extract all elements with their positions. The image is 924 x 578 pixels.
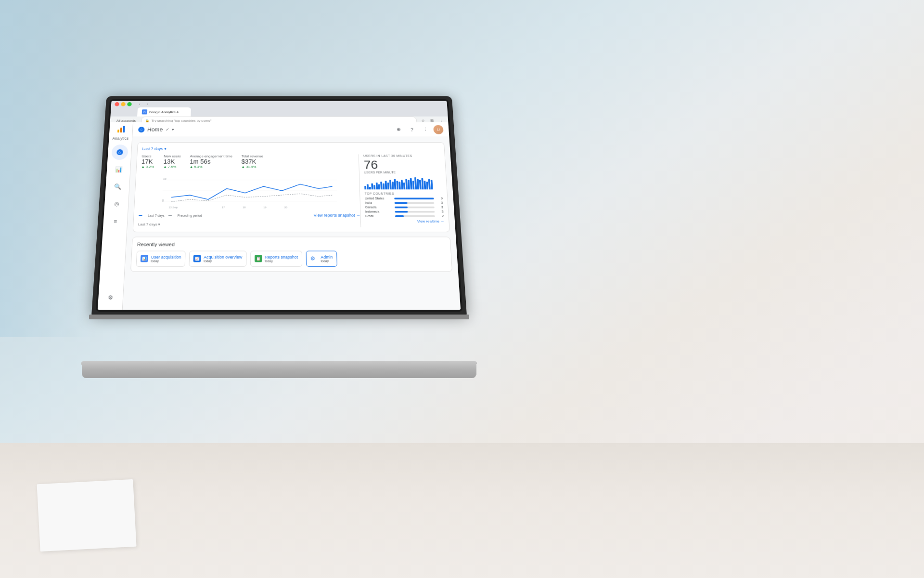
realtime-header: USERS IN LAST 30 MINUTES: [363, 154, 440, 157]
revenue-change: ▲ 31.9%: [241, 165, 263, 169]
tab-favicon: G: [142, 109, 148, 114]
legend-dot-current: [139, 215, 142, 216]
admin-card-text: Admin today: [321, 255, 333, 263]
country-name: India: [365, 201, 393, 204]
card-title: User acquisition: [151, 255, 181, 259]
content-area: Last 7 days ▾ Users 17K: [123, 137, 461, 310]
country-row: Indonesia 3: [365, 210, 444, 213]
users-value: 17K: [141, 158, 154, 165]
ga-logo-icon: [117, 126, 126, 133]
revenue-label: Total revenue: [242, 154, 263, 158]
date-selector[interactable]: Last 7 days ▾: [142, 147, 167, 151]
mini-bar: [378, 184, 380, 190]
date-range-area: Last 7 days ▾: [138, 219, 361, 227]
reports-snapshot-icon: 📋: [255, 255, 262, 262]
ga4-app: Analytics ⌂ 📊 🔍 ◎: [98, 122, 461, 310]
scene: ‹ › G Google Analytics 4 All accounts: [0, 0, 924, 578]
desk-surface: [0, 443, 924, 578]
country-value: 3: [436, 201, 443, 204]
engagement-change: ▲ 5.4%: [190, 165, 232, 169]
card-subtitle-3: today: [265, 260, 298, 263]
admin-icon: ⚙: [108, 294, 114, 301]
report-card-acquisition-overview[interactable]: 📈 Acquisition overview today: [189, 251, 246, 267]
mini-bar: [403, 183, 406, 189]
svg-rect-2: [123, 126, 125, 132]
mini-bar: [373, 185, 375, 189]
svg-text:18: 18: [243, 206, 245, 209]
dropdown-arrow[interactable]: ▾: [172, 127, 174, 131]
sidebar-item-reports[interactable]: 📊: [110, 161, 127, 177]
realtime-count: 76: [363, 159, 441, 171]
laptop-lid: ‹ › G Google Analytics 4 All accounts: [91, 96, 467, 315]
more-icon[interactable]: ⋮: [420, 124, 431, 134]
country-bar: [394, 197, 434, 199]
report-card-reports-snapshot[interactable]: 📋 Reports snapshot today: [250, 251, 303, 267]
mini-bar: [392, 182, 394, 189]
home-icon: ⌂: [116, 149, 123, 155]
mini-bar: [410, 178, 412, 189]
sidebar-item-advertising[interactable]: ◎: [108, 196, 126, 212]
country-bar-container: [395, 215, 435, 217]
admin-card[interactable]: ⚙ Admin today: [306, 251, 337, 267]
view-realtime-link[interactable]: View realtime →: [365, 219, 444, 223]
sidebar-item-admin[interactable]: ⚙: [102, 289, 120, 306]
svg-rect-0: [117, 130, 119, 132]
header-right: ⊕ ? ⋮ U: [393, 124, 444, 134]
compare-icon[interactable]: ⊕: [393, 124, 404, 134]
new-users-value: 13K: [163, 158, 180, 165]
nav-arrows: ‹ ›: [136, 101, 151, 107]
app-header: ⌂ Home ✓ ▾ ⊕ ? ⋮ U: [132, 122, 449, 137]
help-icon[interactable]: ?: [406, 124, 417, 134]
users-change: ▲ 3.2%: [141, 165, 154, 169]
laptop: ‹ › G Google Analytics 4 All accounts: [82, 75, 491, 388]
metric-revenue: Total revenue $37K ▲ 31.9%: [241, 154, 263, 169]
mini-bar: [385, 181, 387, 189]
reports-icon: 📊: [115, 166, 122, 172]
mini-bar: [383, 184, 385, 190]
country-row: United States 9: [365, 197, 443, 200]
metrics-grid: Users 17K ▲ 3.2% New users 13K: [138, 154, 445, 227]
metric-new-users: New users 13K ▲ 7.5%: [163, 154, 181, 169]
acquisition-overview-icon: 📈: [193, 255, 201, 262]
sidebar-item-explore[interactable]: 🔍: [109, 179, 126, 194]
svg-text:0: 0: [162, 199, 164, 202]
admin-title: Admin: [321, 255, 333, 259]
admin-card-icon: ⚙: [310, 255, 318, 263]
close-button[interactable]: [115, 102, 119, 106]
laptop-base: [81, 361, 477, 378]
active-tab[interactable]: G Google Analytics 4: [137, 107, 191, 117]
chart-legend: — Last 7 days --- Preceding period: [139, 214, 202, 217]
home-section-header: Last 7 days ▾: [142, 147, 440, 151]
top-countries: TOP COUNTRIES United States 9 India 3 Ca…: [365, 192, 444, 218]
country-value: 3: [436, 210, 444, 213]
back-button[interactable]: ‹: [136, 101, 143, 107]
admin-subtitle: today: [321, 260, 333, 263]
sidebar-item-home[interactable]: ⌂: [111, 144, 128, 160]
user-avatar[interactable]: U: [433, 125, 444, 134]
country-row: India 3: [365, 201, 443, 204]
country-name: Brazil: [365, 214, 393, 217]
configure-icon: ≡: [114, 218, 117, 224]
explore-icon: 🔍: [114, 183, 121, 189]
country-name: Canada: [365, 206, 393, 209]
metric-engagement: Average engagement time 1m 56s ▲ 5.4%: [190, 154, 232, 169]
user-acquisition-icon: 📊: [141, 255, 148, 262]
maximize-button[interactable]: [127, 102, 132, 106]
header-home-icon: ⌂: [138, 127, 145, 132]
report-card-user-acquisition[interactable]: 📊 User acquisition today: [136, 251, 185, 267]
sidebar-item-configure[interactable]: ≡: [106, 213, 124, 229]
country-name: Indonesia: [365, 210, 393, 213]
metric-users: Users 17K ▲ 3.2%: [141, 154, 154, 169]
date-range-label[interactable]: Last 7 days ▾: [138, 223, 160, 226]
view-reports-link[interactable]: View reports snapshot →: [314, 213, 360, 217]
mini-bar: [367, 184, 369, 190]
country-bar: [395, 215, 404, 217]
card-text: User acquisition today: [151, 255, 181, 263]
forward-button[interactable]: ›: [144, 101, 151, 107]
minimize-button[interactable]: [121, 102, 126, 106]
country-bar: [395, 210, 408, 212]
engagement-value: 1m 56s: [190, 158, 232, 165]
mini-bar: [421, 178, 424, 189]
country-value: 3: [436, 206, 443, 209]
paper-on-desk: [37, 479, 136, 552]
